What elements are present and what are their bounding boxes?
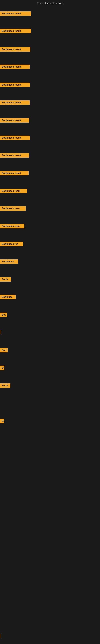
bottleneck-badge-0[interactable]: Bottleneck result	[0, 12, 31, 16]
bottleneck-badge-20[interactable]: Bo	[0, 366, 4, 370]
bottleneck-badge-3[interactable]: Bottleneck result	[0, 64, 30, 69]
cursor-line	[0, 330, 0, 334]
bottleneck-badge-19[interactable]: Bott	[0, 348, 8, 352]
cursor-line-bottom	[0, 634, 0, 638]
bottleneck-badge-10[interactable]: Bottleneck resul	[0, 189, 27, 193]
bottleneck-badge-11[interactable]: Bottleneck resu	[0, 206, 26, 211]
bottleneck-badge-16[interactable]: Bottlenec	[0, 295, 16, 299]
bottleneck-badge-4[interactable]: Bottleneck result	[0, 82, 30, 87]
bottleneck-badge-2[interactable]: Bottleneck result	[0, 47, 30, 52]
bottleneck-badge-7[interactable]: Bottleneck result	[0, 136, 30, 140]
bottleneck-badge-8[interactable]: Bottleneck result	[0, 153, 29, 158]
bottleneck-badge-9[interactable]: Bottleneck result	[0, 171, 29, 176]
bottleneck-badge-13[interactable]: Bottleneck res	[0, 242, 23, 246]
bottleneck-badge-12[interactable]: Bottleneck resu	[0, 224, 24, 228]
bottleneck-badge-15[interactable]: Bottle	[0, 277, 11, 282]
bottleneck-badge-6[interactable]: Bottleneck result	[0, 118, 29, 122]
bottleneck-badge-23[interactable]: Bo	[0, 419, 4, 423]
bottleneck-badge-17[interactable]: Bot	[0, 312, 7, 317]
bottleneck-badge-21[interactable]: Bottle	[0, 384, 10, 388]
bottleneck-badge-1[interactable]: Bottleneck result	[0, 29, 31, 33]
bottleneck-badge-5[interactable]: Bottleneck result	[0, 100, 30, 105]
bottleneck-badge-14[interactable]: Bottleneck	[0, 260, 18, 264]
